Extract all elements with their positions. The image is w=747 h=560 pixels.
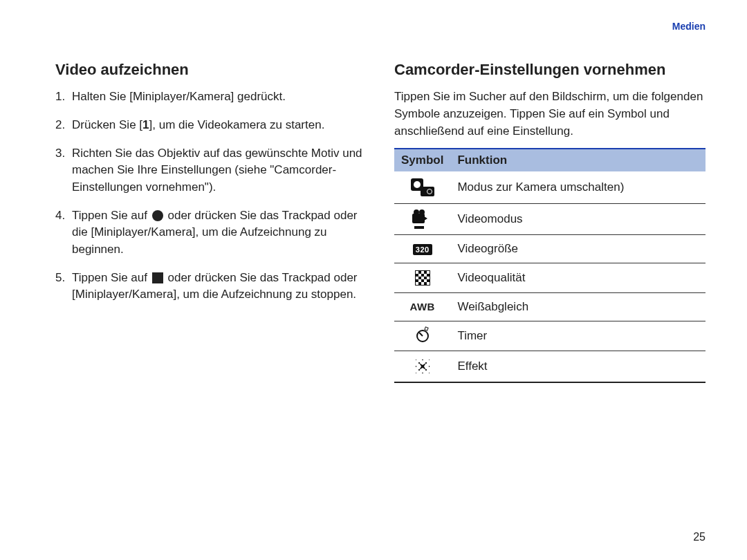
table-row: Modus zur Kamera umschalten) <box>394 171 706 204</box>
video-quality-icon <box>394 263 450 293</box>
timer-icon <box>394 321 450 351</box>
right-column: Camcorder-Einstellungen vornehmen Tippen… <box>394 61 706 383</box>
row-label: Effekt <box>450 351 706 383</box>
section-header-label: Medien <box>672 21 706 32</box>
mode-switch-icon <box>394 171 450 204</box>
right-heading: Camcorder-Einstellungen vornehmen <box>394 61 706 79</box>
table-row: Timer <box>394 321 706 351</box>
record-icon <box>152 210 163 221</box>
row-label: Modus zur Kamera umschalten) <box>450 171 706 204</box>
content-columns: Video aufzeichnen Halten Sie [Miniplayer… <box>55 61 706 383</box>
row-label: Videomodus <box>450 204 706 235</box>
steps-list: Halten Sie [Miniplayer/Kamera] gedrückt.… <box>55 88 367 303</box>
row-label: Videogröße <box>450 235 706 263</box>
right-intro: Tippen Sie im Sucher auf den Bildschirm,… <box>394 88 706 140</box>
step-5: Tippen Sie auf oder drücken Sie das Trac… <box>55 270 367 304</box>
th-function: Funktion <box>450 149 706 171</box>
symbol-function-table: Symbol Funktion Modus zur Kamera umschal… <box>394 148 706 383</box>
table-row: Effekt <box>394 351 706 383</box>
row-label: Weißabgleich <box>450 293 706 321</box>
table-row: Videoqualität <box>394 263 706 293</box>
step-3: Richten Sie das Objektiv auf das gewünsc… <box>55 145 367 196</box>
table-row: Videomodus <box>394 204 706 235</box>
effect-icon <box>394 351 450 383</box>
step-1: Halten Sie [Miniplayer/Kamera] gedrückt. <box>55 88 367 106</box>
table-row: 320 Videogröße <box>394 235 706 263</box>
video-size-icon: 320 <box>394 235 450 263</box>
step-5-text-a: Tippen Sie auf <box>72 271 151 284</box>
step-2: Drücken Sie [1], um die Videokamera zu s… <box>55 117 367 134</box>
th-symbol: Symbol <box>394 149 450 171</box>
video-mode-icon <box>394 204 450 235</box>
step-2-text: Drücken Sie [1], um die Videokamera zu s… <box>72 118 324 131</box>
page-number: 25 <box>693 531 706 543</box>
left-column: Video aufzeichnen Halten Sie [Miniplayer… <box>55 61 367 383</box>
step-4: Tippen Sie auf oder drücken Sie das Trac… <box>55 207 367 259</box>
table-row: AWB Weißabgleich <box>394 293 706 321</box>
left-heading: Video aufzeichnen <box>55 61 367 79</box>
step-4-text-a: Tippen Sie auf <box>72 209 151 222</box>
white-balance-icon: AWB <box>394 293 450 321</box>
stop-icon <box>152 272 163 283</box>
row-label: Videoqualität <box>450 263 706 293</box>
row-label: Timer <box>450 321 706 351</box>
